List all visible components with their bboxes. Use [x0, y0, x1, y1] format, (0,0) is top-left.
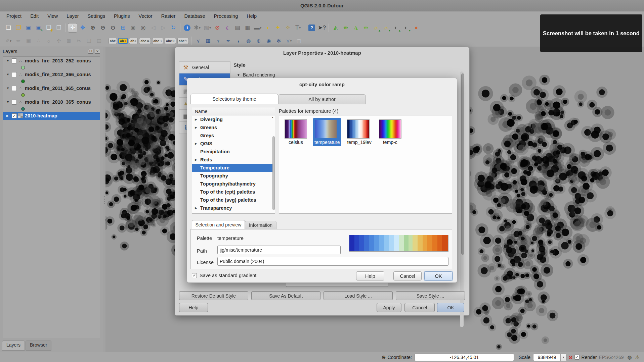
label-toggle-display-icon[interactable]: abc◉: [139, 38, 151, 44]
open-project-icon[interactable]: ❐: [14, 23, 23, 33]
label-pin-icon[interactable]: ab●: [118, 38, 128, 44]
select-features-icon[interactable]: ▧▾: [203, 23, 212, 33]
label-rotate-icon[interactable]: abc↻: [165, 38, 176, 44]
sidebar-item-general[interactable]: ⚒ General: [179, 61, 230, 73]
menu-project[interactable]: Project: [2, 12, 26, 20]
save-project-as-icon[interactable]: ▣✎: [34, 23, 43, 33]
new-composer-icon[interactable]: ❏✱: [44, 23, 53, 33]
node-tool-icon[interactable]: ✣: [54, 36, 63, 46]
menu-view[interactable]: View: [43, 12, 62, 20]
menu-database[interactable]: Database: [180, 12, 209, 20]
dxf-export-icon[interactable]: ⋎▾: [284, 36, 294, 46]
georeferencer-icon[interactable]: ◉: [264, 36, 273, 46]
panel-float-icon[interactable]: ❐: [88, 49, 93, 54]
tree-item-greys[interactable]: Greys: [192, 132, 275, 140]
lp-ok-button[interactable]: OK: [437, 303, 464, 312]
expander-icon[interactable]: ▶: [195, 126, 200, 129]
cpt-cancel-button[interactable]: Cancel: [393, 271, 422, 280]
label-move-icon[interactable]: abc➜: [152, 38, 164, 44]
save-layer-edits-icon[interactable]: ▣: [24, 36, 33, 46]
refresh-icon[interactable]: ↻: [169, 23, 178, 33]
palette-celsius[interactable]: celsius: [283, 118, 308, 146]
expander-icon[interactable]: ▼: [6, 100, 12, 104]
help-contents-icon[interactable]: ?: [307, 23, 316, 33]
select-expression-icon[interactable]: ε: [223, 23, 232, 33]
layer-visibility-checkbox[interactable]: ✓: [12, 100, 17, 105]
toggle-editing-icon[interactable]: ✏: [14, 36, 23, 46]
layer-name[interactable]: 2010-heatmap: [25, 113, 57, 118]
tree-header-name[interactable]: Name: [192, 107, 275, 115]
topology-checker-icon[interactable]: ⋎: [194, 36, 203, 46]
tree-item-temperature[interactable]: Temperature: [192, 164, 275, 172]
menu-raster[interactable]: Raster: [157, 12, 180, 20]
menu-vector[interactable]: Vector: [134, 12, 157, 20]
layer-item-selected[interactable]: ▶✓2010-heatmap: [3, 112, 100, 120]
add-feature-icon[interactable]: ∴: [34, 36, 43, 46]
tree-scrollbar-thumb[interactable]: [272, 136, 275, 210]
crs-globe-icon[interactable]: ◍: [627, 354, 632, 360]
zoom-out-icon[interactable]: ⊖: [98, 23, 108, 33]
menu-help[interactable]: Help: [242, 12, 261, 20]
palette-swatch[interactable]: [379, 119, 401, 139]
delete-selected-icon[interactable]: ⊠: [64, 36, 74, 46]
load-style-button[interactable]: Load Style ...: [324, 291, 393, 300]
expander-icon[interactable]: ▼: [6, 87, 12, 90]
save-project-icon[interactable]: ▣: [24, 23, 33, 33]
menu-settings[interactable]: Settings: [83, 12, 110, 20]
save-gradient-option[interactable]: ✓ Save as standard gradient: [192, 273, 256, 278]
cut-features-icon[interactable]: ✂: [74, 36, 84, 46]
menu-plugins[interactable]: Plugins: [110, 12, 134, 20]
layer-name[interactable]: modis_fire_2013_252_conus: [25, 58, 91, 63]
apply-button[interactable]: Apply: [377, 303, 401, 312]
full-histogram-stretch-icon[interactable]: ⇹: [341, 23, 350, 33]
tree-scrollbar[interactable]: ▲: [271, 116, 274, 213]
feature-action-icon[interactable]: ✱▾: [192, 23, 202, 33]
layer-item[interactable]: ▼✓∴modis_fire_2012_366_conus: [3, 70, 100, 84]
cpt-help-button[interactable]: Help: [356, 271, 384, 280]
whats-this-icon[interactable]: ➤?: [317, 23, 327, 33]
labeling-icon[interactable]: abc: [109, 38, 117, 44]
scroll-up-icon[interactable]: ▲: [271, 116, 274, 118]
layer-visibility-checkbox[interactable]: ✓: [12, 113, 17, 118]
grass-tools-icon[interactable]: ♆: [214, 36, 223, 46]
tree-item-diverging[interactable]: ▶Diverging: [192, 115, 275, 123]
field-calculator-icon[interactable]: ▦: [243, 23, 252, 33]
globe-plugin-icon[interactable]: ◍: [244, 36, 253, 46]
vertical-scrollbar[interactable]: [460, 71, 464, 327]
license-input[interactable]: [217, 257, 448, 266]
layer-name[interactable]: modis_fire_2010_365_conus: [25, 99, 91, 105]
tab-information[interactable]: Information: [245, 221, 276, 229]
menu-processing[interactable]: Processing: [209, 12, 242, 20]
lp-help-button[interactable]: Help: [179, 303, 208, 312]
expander-icon[interactable]: ▼: [6, 59, 12, 62]
local-histogram-stretch-icon[interactable]: ◭: [331, 23, 340, 33]
label-hold-icon[interactable]: ab●: [129, 38, 138, 44]
tree-item-top-of-the-svg-palettes[interactable]: Top of the (svg) palettes: [192, 196, 275, 204]
tree-item-topography[interactable]: Topography: [192, 172, 275, 180]
zoom-full-icon[interactable]: ⊞: [118, 23, 128, 33]
panel-close-icon[interactable]: ✕: [95, 49, 100, 54]
scrollbar-thumb[interactable]: [461, 73, 464, 255]
coordinate-capture-status-icon[interactable]: ⊕: [382, 354, 386, 360]
show-bookmarks-icon[interactable]: ✧: [283, 23, 293, 33]
tab-layers[interactable]: Layers: [2, 341, 25, 351]
tab-selections-by-theme[interactable]: Selections by theme: [190, 94, 278, 104]
expander-icon[interactable]: ▶: [195, 206, 200, 210]
tab-all-by-author[interactable]: All by author: [278, 94, 366, 104]
save-as-default-button[interactable]: Save As Default: [251, 291, 320, 300]
zoom-native-icon[interactable]: ⊙: [108, 23, 118, 33]
pan-map-icon[interactable]: ✥: [68, 23, 77, 33]
identify-icon[interactable]: ℹ: [182, 23, 192, 33]
zoom-to-selection-icon[interactable]: ◉: [128, 23, 138, 33]
expander-icon[interactable]: ▶: [195, 158, 200, 161]
palette-temp-c[interactable]: temp-c: [378, 118, 403, 146]
save-gradient-checkbox[interactable]: ✓: [192, 273, 197, 278]
new-project-icon[interactable]: ❏: [4, 23, 13, 33]
pan-to-selection-icon[interactable]: ✥: [78, 23, 87, 33]
render-checkbox[interactable]: ✓: [574, 355, 579, 360]
palette-temperature[interactable]: temperature: [313, 118, 341, 146]
zoom-in-icon[interactable]: ⊕: [88, 23, 97, 33]
attribute-table-icon[interactable]: ▤: [233, 23, 242, 33]
expander-icon[interactable]: ▼: [6, 73, 12, 76]
chevron-down-icon[interactable]: ▾: [560, 354, 566, 361]
